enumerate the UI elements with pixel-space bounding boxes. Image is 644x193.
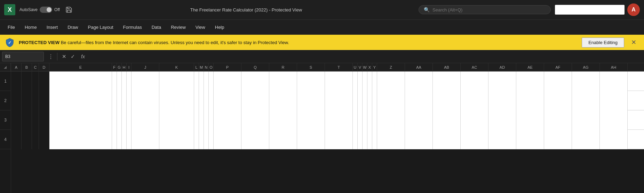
cell-Z4[interactable]	[377, 130, 405, 149]
cell-J3[interactable]	[132, 110, 159, 130]
cell-F3[interactable]	[112, 110, 117, 130]
cell-E2[interactable]	[49, 91, 112, 110]
cell-V4[interactable]	[358, 130, 363, 149]
cell-AA1[interactable]	[405, 72, 433, 91]
formula-more-icon[interactable]: ⋮	[46, 53, 56, 60]
cell-AH2[interactable]	[600, 91, 628, 110]
cell-L4[interactable]	[194, 130, 199, 149]
cell-AA2[interactable]	[405, 91, 433, 110]
cell-G1[interactable]	[117, 72, 122, 91]
cell-D2[interactable]	[39, 91, 49, 110]
cell-M1[interactable]	[199, 72, 204, 91]
cell-AG2[interactable]	[572, 91, 600, 110]
col-header-F[interactable]: F	[112, 63, 117, 72]
menu-item-draw[interactable]: Draw	[63, 23, 83, 32]
cell-E3[interactable]	[49, 110, 112, 130]
cell-C1[interactable]	[32, 72, 39, 91]
cell-R4[interactable]	[269, 130, 297, 149]
avatar[interactable]: A	[627, 3, 640, 16]
cell-V3[interactable]	[358, 110, 363, 130]
cell-AC3[interactable]	[461, 110, 488, 130]
cell-T3[interactable]	[325, 110, 353, 130]
cell-B1[interactable]	[22, 72, 32, 91]
cell-AG1[interactable]	[572, 72, 600, 91]
col-header-K[interactable]: K	[159, 63, 194, 72]
cell-name-box[interactable]: B3	[2, 52, 44, 61]
cell-S3[interactable]	[297, 110, 325, 130]
cell-E4[interactable]	[49, 130, 112, 149]
cell-S2[interactable]	[297, 91, 325, 110]
cell-AB2[interactable]	[433, 91, 461, 110]
cell-Z3[interactable]	[377, 110, 405, 130]
cell-R3[interactable]	[269, 110, 297, 130]
col-header-E[interactable]: E	[49, 63, 112, 72]
menu-item-file[interactable]: File	[3, 23, 20, 32]
cell-N1[interactable]	[204, 72, 209, 91]
formula-cancel-icon[interactable]: ✕	[60, 53, 68, 60]
cell-U4[interactable]	[353, 130, 358, 149]
cell-Z1[interactable]	[377, 72, 405, 91]
cell-X4[interactable]	[367, 130, 372, 149]
cell-Q1[interactable]	[241, 72, 269, 91]
cell-D1[interactable]	[39, 72, 49, 91]
cell-H2[interactable]	[122, 91, 127, 110]
menu-item-formulas[interactable]: Formulas	[118, 23, 147, 32]
menu-item-data[interactable]: Data	[147, 23, 166, 32]
cell-I4[interactable]	[127, 130, 132, 149]
col-header-W[interactable]: W	[363, 63, 367, 72]
cell-K1[interactable]	[159, 72, 194, 91]
formula-input[interactable]	[88, 50, 644, 63]
col-header-I[interactable]: I	[127, 63, 132, 72]
col-header-R[interactable]: R	[269, 63, 297, 72]
menu-item-home[interactable]: Home	[20, 23, 42, 32]
cell-AG3[interactable]	[572, 110, 600, 130]
cell-H1[interactable]	[122, 72, 127, 91]
cell-F2[interactable]	[112, 91, 117, 110]
cell-Q4[interactable]	[241, 130, 269, 149]
col-header-AA[interactable]: AA	[405, 63, 433, 72]
cell-AE3[interactable]	[516, 110, 544, 130]
col-header-C[interactable]: C	[32, 63, 39, 72]
cell-R2[interactable]	[269, 91, 297, 110]
cell-AA4[interactable]	[405, 130, 433, 149]
cell-AH3[interactable]	[600, 110, 628, 130]
cell-L3[interactable]	[194, 110, 199, 130]
cell-AE2[interactable]	[516, 91, 544, 110]
cell-A1[interactable]	[11, 72, 22, 91]
cell-K4[interactable]	[159, 130, 194, 149]
cell-B3[interactable]	[22, 110, 32, 130]
cell-A3[interactable]	[11, 110, 22, 130]
cell-E1[interactable]	[49, 72, 112, 91]
search-input[interactable]	[432, 7, 546, 12]
enable-editing-button[interactable]: Enable Editing	[582, 37, 624, 48]
save-icon[interactable]	[64, 5, 74, 15]
cell-F4[interactable]	[112, 130, 117, 149]
formula-confirm-icon[interactable]: ✓	[69, 53, 77, 60]
cell-B2[interactable]	[22, 91, 32, 110]
cell-O4[interactable]	[209, 130, 214, 149]
cell-AH1[interactable]	[600, 72, 628, 91]
cell-T4[interactable]	[325, 130, 353, 149]
cell-F1[interactable]	[112, 72, 117, 91]
cell-G2[interactable]	[117, 91, 122, 110]
cell-J1[interactable]	[132, 72, 159, 91]
col-header-O[interactable]: O	[209, 63, 214, 72]
cell-M3[interactable]	[199, 110, 204, 130]
col-header-M[interactable]: M	[199, 63, 204, 72]
cell-Q3[interactable]	[241, 110, 269, 130]
cell-W2[interactable]	[363, 91, 367, 110]
col-header-A[interactable]: A	[11, 63, 22, 72]
name-input-top[interactable]	[555, 5, 625, 15]
col-header-Y[interactable]: Y	[372, 63, 377, 72]
cell-Y1[interactable]	[372, 72, 377, 91]
col-header-AB[interactable]: AB	[433, 63, 461, 72]
cell-T2[interactable]	[325, 91, 353, 110]
cell-C2[interactable]	[32, 91, 39, 110]
cell-AF2[interactable]	[544, 91, 572, 110]
col-header-B[interactable]: B	[22, 63, 32, 72]
cell-S4[interactable]	[297, 130, 325, 149]
cell-T1[interactable]	[325, 72, 353, 91]
cell-AE1[interactable]	[516, 72, 544, 91]
cell-AB4[interactable]	[433, 130, 461, 149]
cell-N4[interactable]	[204, 130, 209, 149]
